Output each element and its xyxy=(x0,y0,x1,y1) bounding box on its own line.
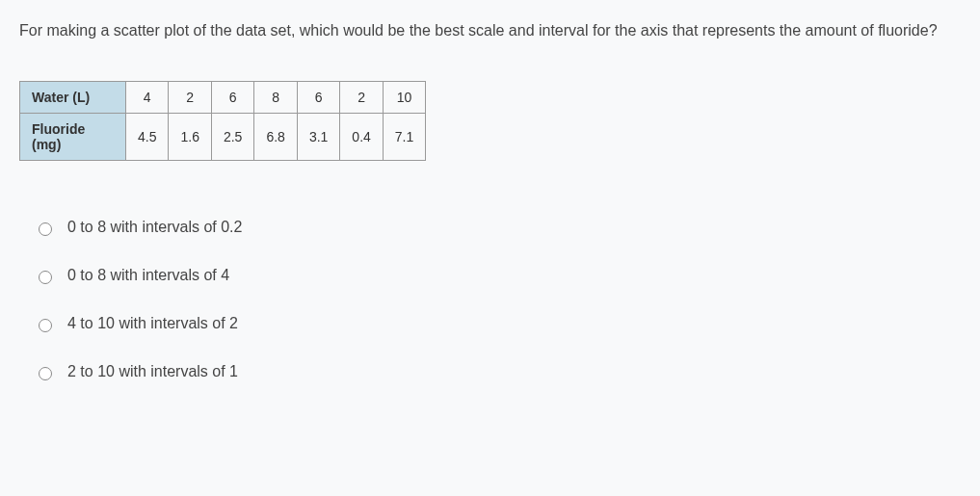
table-cell: 6.8 xyxy=(254,114,297,161)
radio-icon[interactable] xyxy=(39,271,52,284)
options-list: 0 to 8 with intervals of 0.2 0 to 8 with… xyxy=(19,219,961,380)
row-header-water: Water (L) xyxy=(20,82,126,114)
table-row: Fluoride (mg) 4.5 1.6 2.5 6.8 3.1 0.4 7.… xyxy=(20,114,426,161)
table-cell: 0.4 xyxy=(340,114,383,161)
table-cell: 6 xyxy=(297,82,339,114)
table-cell: 8 xyxy=(254,82,297,114)
option-label: 0 to 8 with intervals of 0.2 xyxy=(67,219,242,236)
radio-icon[interactable] xyxy=(39,367,52,380)
table-cell: 1.6 xyxy=(169,114,211,161)
question-text: For making a scatter plot of the data se… xyxy=(19,19,961,42)
row-header-fluoride: Fluoride (mg) xyxy=(20,114,126,161)
option-label: 4 to 10 with intervals of 2 xyxy=(67,315,238,332)
table-cell: 7.1 xyxy=(383,114,425,161)
option-label: 0 to 8 with intervals of 4 xyxy=(67,267,229,284)
table-cell: 4.5 xyxy=(126,114,169,161)
radio-icon[interactable] xyxy=(39,222,52,236)
option-0[interactable]: 0 to 8 with intervals of 0.2 xyxy=(39,219,961,236)
option-2[interactable]: 4 to 10 with intervals of 2 xyxy=(39,315,961,332)
table-cell: 2 xyxy=(169,82,211,114)
option-label: 2 to 10 with intervals of 1 xyxy=(67,363,238,380)
option-3[interactable]: 2 to 10 with intervals of 1 xyxy=(39,363,961,380)
data-table: Water (L) 4 2 6 8 6 2 10 Fluoride (mg) 4… xyxy=(19,81,426,161)
radio-icon[interactable] xyxy=(39,319,52,332)
option-1[interactable]: 0 to 8 with intervals of 4 xyxy=(39,267,961,284)
table-cell: 3.1 xyxy=(297,114,339,161)
table-cell: 6 xyxy=(211,82,253,114)
table-cell: 10 xyxy=(383,82,425,114)
table-row: Water (L) 4 2 6 8 6 2 10 xyxy=(20,82,426,114)
table-cell: 2 xyxy=(340,82,383,114)
table-cell: 4 xyxy=(126,82,169,114)
table-cell: 2.5 xyxy=(211,114,253,161)
